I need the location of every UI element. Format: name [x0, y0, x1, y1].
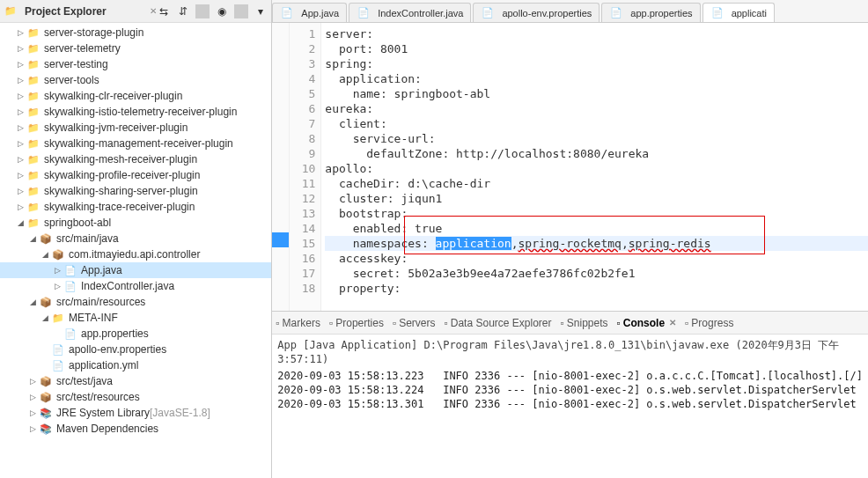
- twisty-icon[interactable]: ▷: [16, 107, 25, 116]
- code-line-2[interactable]: port: 8001: [325, 41, 868, 56]
- code-line-18[interactable]: property:: [325, 281, 868, 296]
- code-line-11[interactable]: cacheDir: d:\cache-dir: [325, 176, 868, 191]
- code-line-15[interactable]: namespaces: application,spring-rocketmq,…: [325, 236, 868, 251]
- view-close-x[interactable]: ✕: [150, 6, 157, 16]
- view-tab-snippets[interactable]: ▫Snippets: [561, 317, 608, 329]
- twisty-icon[interactable]: ▷: [16, 44, 25, 53]
- tree-item-apollo-env-properties[interactable]: 📄apollo-env.properties: [0, 342, 271, 357]
- twisty-icon[interactable]: ▷: [16, 202, 25, 211]
- code-line-17[interactable]: secret: 5b02a3e3b9ee4a72aefe3786fc02b2fe…: [325, 266, 868, 281]
- view-tab-progress[interactable]: ▫Progress: [685, 317, 733, 329]
- tree-item-skywalking-sharing-server-plugin[interactable]: ▷📁skywalking-sharing-server-plugin: [0, 183, 271, 199]
- collapse-all-icon[interactable]: ⇆: [157, 4, 171, 18]
- code-area[interactable]: server: port: 8001spring: application: n…: [321, 23, 868, 311]
- twisty-icon[interactable]: ▷: [16, 171, 25, 180]
- tree-item-application-yml[interactable]: 📄application.yml: [0, 357, 271, 373]
- tree-item-indexcontroller-java[interactable]: ▷📄IndexController.java: [0, 278, 271, 294]
- twisty-icon[interactable]: ▷: [16, 123, 25, 132]
- code-line-16[interactable]: accesskey:: [325, 251, 868, 266]
- twisty-icon[interactable]: ▷: [16, 187, 25, 195]
- tree-item-skywalking-jvm-receiver-plugin[interactable]: ▷📁skywalking-jvm-receiver-plugin: [0, 120, 271, 136]
- twisty-icon[interactable]: ▷: [16, 139, 25, 148]
- focus-icon[interactable]: ◉: [215, 4, 229, 18]
- code-line-5[interactable]: name: springboot-abl: [325, 86, 868, 101]
- tree-item-app-java[interactable]: ▷📄App.java: [0, 262, 271, 278]
- tree-item-app-properties[interactable]: 📄app.properties: [0, 326, 271, 342]
- tree-item-skywalking-trace-receiver-plugin[interactable]: ▷📁skywalking-trace-receiver-plugin: [0, 199, 271, 215]
- twisty-icon[interactable]: ▷: [28, 377, 37, 386]
- twisty-icon[interactable]: ▷: [28, 393, 37, 401]
- twisty-icon[interactable]: ◢: [28, 298, 37, 306]
- link-editor-icon[interactable]: ⇵: [176, 4, 190, 18]
- close-icon[interactable]: ✕: [669, 318, 676, 327]
- tree-item-jre-system-library[interactable]: ▷📚JRE System Library [JavaSE-1.8]: [0, 405, 271, 421]
- twisty-icon[interactable]: ▷: [16, 76, 25, 85]
- java-icon: 📄: [280, 6, 294, 20]
- tree-item-skywalking-management-receiver-plugin[interactable]: ▷📁skywalking-management-receiver-plugin: [0, 136, 271, 151]
- tree-item-src-main-resources[interactable]: ◢📦src/main/resources: [0, 294, 271, 310]
- twisty-icon[interactable]: ▷: [16, 92, 25, 100]
- twisty-icon[interactable]: ▷: [53, 266, 62, 275]
- bottom-tabs[interactable]: ▫Markers▫Properties▫Servers▫Data Source …: [272, 312, 868, 335]
- view-tab-icon: ▫: [685, 317, 688, 329]
- tree-item-server-telemetry[interactable]: ▷📁server-telemetry: [0, 40, 271, 56]
- twisty-icon[interactable]: ◢: [16, 218, 25, 227]
- tab-label: IndexController.java: [378, 8, 463, 18]
- code-line-6[interactable]: eureka:: [325, 101, 868, 116]
- code-line-1[interactable]: server:: [325, 26, 868, 41]
- tree-item-src-main-java[interactable]: ◢📦src/main/java: [0, 231, 271, 246]
- tree-item-skywalking-clr-receiver-plugin[interactable]: ▷📁skywalking-clr-receiver-plugin: [0, 88, 271, 104]
- editor-tabs[interactable]: 📄App.java📄IndexController.java📄apollo-en…: [272, 0, 868, 23]
- tab-app-java[interactable]: 📄App.java: [272, 3, 347, 22]
- code-line-14[interactable]: enabled: true: [325, 221, 868, 236]
- tree-item-com-itmayiedu-api-controller[interactable]: ◢📦com.itmayiedu.api.controller: [0, 246, 271, 262]
- tree-item-server-storage-plugin[interactable]: ▷📁server-storage-plugin: [0, 25, 271, 40]
- tree-item-skywalking-istio-telemetry-receiver-plugin[interactable]: ▷📁skywalking-istio-telemetry-receiver-pl…: [0, 104, 271, 120]
- view-tab-properties[interactable]: ▫Properties: [329, 317, 384, 329]
- tree-item-src-test-resources[interactable]: ▷📦src/test/resources: [0, 389, 271, 405]
- code-line-7[interactable]: client:: [325, 116, 868, 131]
- tree-item-skywalking-mesh-receiver-plugin[interactable]: ▷📁skywalking-mesh-receiver-plugin: [0, 151, 271, 167]
- tab-applicati[interactable]: 📄applicati: [702, 3, 775, 22]
- code-line-3[interactable]: spring:: [325, 56, 868, 71]
- tree-item-server-testing[interactable]: ▷📁server-testing: [0, 56, 271, 72]
- tree-item-maven-dependencies[interactable]: ▷📚Maven Dependencies: [0, 421, 271, 437]
- tree-item-label: src/main/java: [56, 232, 119, 245]
- twisty-icon[interactable]: [40, 345, 49, 354]
- twisty-icon[interactable]: [53, 329, 62, 338]
- code-line-13[interactable]: bootstrap:: [325, 206, 868, 221]
- view-tab-markers[interactable]: ▫Markers: [276, 317, 320, 329]
- twisty-icon[interactable]: ▷: [53, 282, 62, 290]
- tab-indexcontroller-java[interactable]: 📄IndexController.java: [349, 3, 471, 22]
- tree-item-server-tools[interactable]: ▷📁server-tools: [0, 72, 271, 88]
- twisty-icon[interactable]: ▷: [16, 60, 25, 69]
- twisty-icon[interactable]: ▷: [28, 424, 37, 433]
- code-line-4[interactable]: application:: [325, 71, 868, 86]
- twisty-icon[interactable]: ▷: [16, 28, 25, 37]
- view-tab-label: Properties: [335, 317, 384, 329]
- package-icon: 📦: [39, 390, 53, 404]
- view-tab-servers[interactable]: ▫Servers: [393, 317, 436, 329]
- twisty-icon[interactable]: ◢: [40, 313, 49, 322]
- twisty-icon[interactable]: ▷: [16, 155, 25, 164]
- tree-item-meta-inf[interactable]: ◢📁META-INF: [0, 310, 271, 326]
- tree-item-skywalking-profile-receiver-plugin[interactable]: ▷📁skywalking-profile-receiver-plugin: [0, 167, 271, 183]
- code-line-10[interactable]: apollo:: [325, 161, 868, 176]
- twisty-icon[interactable]: ◢: [40, 250, 49, 259]
- console-view[interactable]: App [Java Application] D:\Program Files\…: [272, 335, 868, 478]
- code-line-9[interactable]: defaultZone: http://localhost:8080/eurek…: [325, 146, 868, 161]
- view-tab-data-source-explorer[interactable]: ▫Data Source Explorer: [445, 317, 552, 329]
- project-tree[interactable]: ▷📁server-storage-plugin▷📁server-telemetr…: [0, 23, 271, 478]
- java-icon: 📄: [357, 6, 371, 20]
- code-line-8[interactable]: service-url:: [325, 131, 868, 146]
- view-tab-console[interactable]: ▫Console ✕: [616, 317, 676, 329]
- twisty-icon[interactable]: ▷: [28, 408, 37, 417]
- tab-app-properties[interactable]: 📄app.properties: [601, 3, 700, 22]
- twisty-icon[interactable]: ◢: [28, 234, 37, 243]
- code-line-12[interactable]: cluster: jiqun1: [325, 191, 868, 206]
- tab-apollo-env-properties[interactable]: 📄apollo-env.properties: [473, 3, 600, 22]
- tree-item-src-test-java[interactable]: ▷📦src/test/java: [0, 373, 271, 389]
- twisty-icon[interactable]: [40, 361, 49, 370]
- tree-item-springboot-abl[interactable]: ◢📁springboot-abl: [0, 215, 271, 231]
- view-menu-icon[interactable]: ▾: [254, 4, 268, 18]
